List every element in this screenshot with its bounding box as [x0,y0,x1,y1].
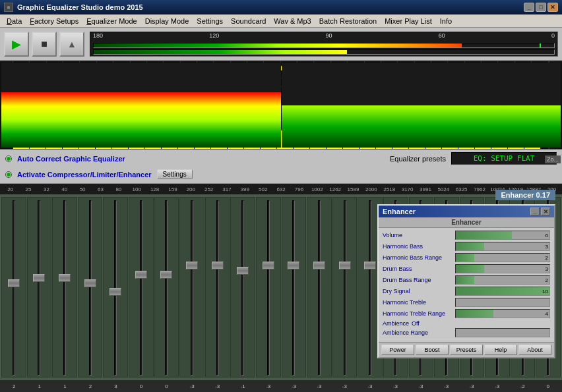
level-label-0: 0 [551,32,555,42]
fader-value-label: -3 [179,383,205,389]
enhancer-slider[interactable]: 4 [455,309,550,318]
fader-handle[interactable] [33,274,45,282]
play-button[interactable]: ▶ [4,32,29,57]
fader-handle[interactable] [364,262,376,269]
boost-button[interactable]: Boost [416,345,449,355]
enhancer-control-row: Harmonic Treble Range4 [383,309,550,318]
fader-handle[interactable] [288,262,299,269]
ambience-range-slider[interactable] [455,328,550,337]
help-button[interactable]: Help [484,345,517,355]
menu-display-mode[interactable]: Display Mode [141,16,193,26]
fader-value-label: 0 [535,383,561,389]
auto-correct-label[interactable]: Auto Correct Graphic Equalizer [17,155,125,163]
fader-handle[interactable] [263,262,274,269]
stop-button[interactable]: ■ [32,32,57,57]
fader-track [89,200,92,376]
eject-button[interactable]: ▲ [59,32,84,57]
enhancer-control-label: Harmonic Treble [383,299,455,306]
close-button[interactable]: ✕ [547,3,558,12]
enhancer-control-value: 3 [546,265,548,274]
fader-handle[interactable] [313,262,325,269]
freq-label: 3991 [416,186,434,192]
menu-info[interactable]: Info [436,16,456,26]
fader-value-label: -3 [281,383,307,389]
enhancer-minimize-button[interactable]: _ [530,208,540,215]
activate-compressor-radio[interactable] [5,171,12,178]
fader-handle[interactable] [109,288,121,296]
app-title: Graphic Equalizer Studio demo 2015 [17,3,524,11]
level-label-180: 180 [93,32,103,42]
fader-value-label: -3 [459,383,485,389]
auto-correct-radio[interactable] [5,155,12,162]
enhancer-panel: Enhancer _ ✕ Enhancer Volume6Harmonic Ba… [377,204,555,358]
fader-channel [103,197,128,378]
minimize-button[interactable]: _ [524,3,534,12]
enhancer-slider[interactable]: 3 [455,264,550,273]
enhancer-slider[interactable] [455,298,550,307]
fader-channel [230,197,255,378]
fader-track [344,200,346,376]
fader-handle[interactable] [339,262,351,269]
enhancer-footer: Power Boost Presets Help About [379,342,554,357]
fader-channel [27,197,52,378]
freq-label: 317 [218,186,235,192]
fader-handle[interactable] [59,274,71,282]
menu-soundcard[interactable]: Soundcard [227,16,270,26]
menu-factory-setups[interactable]: Factory Setups [26,16,82,26]
enhancer-main-label: Enhancer 0.17 [501,191,550,199]
enhancer-close-button[interactable]: ✕ [541,208,550,215]
freq-label: 2518 [381,186,398,192]
fader-track [369,200,371,376]
fader-handle[interactable] [84,279,96,287]
ambience-range-label: Ambience Range [383,329,455,336]
menu-batch-restoration[interactable]: Batch Restoration [315,16,381,26]
menu-settings[interactable]: Settings [193,16,227,26]
enhancer-slider[interactable]: 6 [455,231,550,240]
menu-data[interactable]: Data [3,16,26,26]
fader-value-label: -3 [255,383,281,389]
freq-label: 50 [73,186,91,192]
enhancer-control-label: Harmonic Treble Range [383,310,455,317]
freq-label: 1262 [326,186,344,192]
fader-channel [205,197,230,378]
menu-mixer-play-list[interactable]: Mixer Play List [381,16,436,26]
fader-value-label: -3 [204,383,230,389]
eq-preset-display[interactable]: EQ: SETUP FLAT [451,152,557,165]
fader-handle[interactable] [212,262,224,269]
enhancer-control-row: Drum Bass Range2 [383,275,550,285]
enhancer-control-row: Harmonic Treble [383,298,550,307]
enhancer-slider[interactable]: 2 [455,253,550,262]
fader-handle[interactable] [8,279,20,287]
fader-value-label: 0 [129,383,154,389]
power-button[interactable]: Power [381,345,414,355]
fader-channel [154,197,179,378]
fader-track [165,200,168,376]
fader-handle[interactable] [237,267,249,275]
activate-compressor-label[interactable]: Activate Compressor/Limiter/Enhancer [17,171,152,179]
level-label-90: 90 [326,32,332,42]
maximize-button[interactable]: □ [536,3,546,12]
presets-button[interactable]: Presets [450,345,483,355]
fader-channel [129,197,154,378]
enhancer-control-value: 2 [546,254,548,263]
freq-label: 40 [55,186,73,192]
menu-equalizer-mode[interactable]: Equalizer Mode [82,16,140,26]
enhancer-ambience-row: AmbienceOff [383,320,550,327]
fader-handle[interactable] [186,262,198,269]
level-meter-labels: 180 120 90 60 0 [90,32,557,42]
freq-label: 1002 [308,186,326,192]
fader-handle[interactable] [160,271,172,279]
enhancer-control-row: Harmonic Bass3 [383,242,550,251]
fader-value-label: 2 [78,383,104,389]
fader-value-label: -3 [358,383,383,389]
settings-button[interactable]: Settings [157,169,193,179]
enhancer-slider-fill [456,242,484,250]
about-button[interactable]: About [518,345,551,355]
menu-wav-mp3[interactable]: Wav & Mp3 [270,16,315,26]
freq-label: 100 [128,186,146,192]
fader-handle[interactable] [135,271,147,279]
enhancer-slider[interactable]: 10 [455,287,550,296]
window-controls: _ □ ✕ [524,3,558,12]
enhancer-slider[interactable]: 2 [455,275,550,285]
enhancer-slider[interactable]: 3 [455,242,550,251]
